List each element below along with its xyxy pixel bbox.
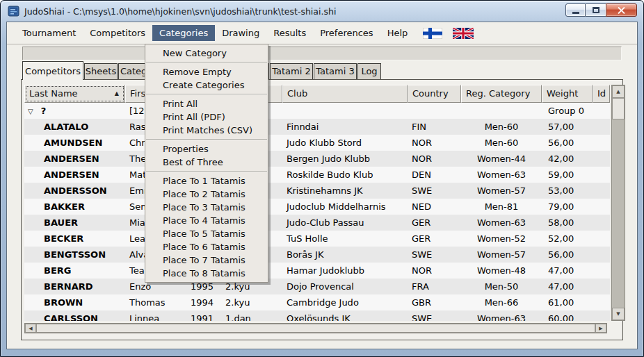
cell-category: Men-60: [461, 135, 542, 151]
menubar: TournamentCompetitorsCategoriesDrawingRe…: [7, 22, 637, 44]
menu-item-remove-empty[interactable]: Remove Empty: [145, 65, 268, 78]
tab-sheets[interactable]: Sheets: [84, 63, 118, 79]
cell-id: [593, 310, 610, 321]
group-label: ?: [41, 106, 47, 116]
cell-category: Women-52: [461, 231, 542, 247]
cell-last-name: BENGTSSON: [24, 247, 125, 263]
table-row[interactable]: CARLSSONLinnea19911.danOxelösunds JKSWEW…: [24, 310, 610, 321]
menu-item-print-all[interactable]: Print All: [145, 97, 268, 110]
uk-flag-icon[interactable]: [453, 28, 474, 39]
scroll-down-button[interactable]: ▼: [612, 308, 625, 320]
finnish-flag-icon[interactable]: [423, 28, 442, 39]
table-row[interactable]: ALATALORasmFinndaiFINMen-6057,00: [24, 119, 610, 135]
menu-item-place-to-1-tatamis[interactable]: Place To 1 Tatamis: [145, 174, 268, 188]
cell-country: GER: [408, 231, 461, 247]
cell-weight: 59,00: [542, 167, 593, 183]
sort-ascending-icon: ▲: [115, 90, 119, 97]
menubar-item-preferences[interactable]: Preferences: [313, 25, 380, 41]
scroll-left-button[interactable]: ◀: [25, 324, 36, 333]
vertical-scroll-thumb[interactable]: [612, 98, 625, 119]
table-row[interactable]: AMUNDSENChrisJudo Klubb StordNORMen-6056…: [24, 135, 610, 151]
column-header-country[interactable]: Country: [408, 85, 461, 103]
table-row[interactable]: BECKERLeaTuS HolleGERWomen-5252,00: [24, 231, 610, 247]
cell-id: [593, 135, 610, 151]
tab-log[interactable]: Log: [357, 63, 381, 79]
minimize-button[interactable]: [565, 3, 586, 17]
table-row[interactable]: BERNARDEnzo19952.kyuDojo ProvencalFRAMen…: [24, 279, 610, 294]
menu-item-place-to-5-tatamis[interactable]: Place To 5 Tatamis: [145, 227, 268, 240]
column-header-last-name[interactable]: Last Name▲: [24, 85, 125, 103]
menu-item-create-categories[interactable]: Create Categories: [145, 78, 268, 92]
column-header-label: Last Name: [29, 88, 78, 99]
tab-competitors[interactable]: Competitors: [22, 61, 83, 80]
maximize-button[interactable]: [586, 3, 606, 17]
cell-category: Women-63: [461, 215, 542, 231]
column-header-id[interactable]: Id: [593, 85, 610, 103]
menu-separator: [146, 94, 267, 95]
cell-category: [461, 103, 542, 119]
vertical-scrollbar[interactable]: ▲ ▼: [611, 85, 625, 321]
cell-category: Women-63: [461, 167, 542, 183]
cell-id: [593, 294, 610, 310]
cell-weight: 53,00: [542, 183, 593, 199]
menubar-item-drawing[interactable]: Drawing: [215, 25, 266, 41]
cell-club: Oxelösunds JK: [282, 310, 408, 321]
menu-item-place-to-2-tatamis[interactable]: Place To 2 Tatamis: [145, 188, 268, 201]
app-icon: [8, 6, 19, 17]
cell-club: [282, 103, 408, 119]
menubar-item-categories[interactable]: Categories: [152, 25, 215, 41]
scroll-up-button[interactable]: ▲: [612, 85, 625, 98]
menubar-item-results[interactable]: Results: [266, 25, 313, 41]
table-row[interactable]: BROWNThomas19942.kyuCambridge JudoGBRMen…: [24, 294, 610, 310]
cell-category: Men-50: [461, 279, 542, 294]
group-row[interactable]: ▽?[129Group 0: [24, 103, 610, 119]
close-button[interactable]: [606, 3, 637, 17]
menu-item-place-to-4-tatamis[interactable]: Place To 4 Tatamis: [145, 214, 268, 227]
menu-item-best-of-three[interactable]: Best of Three: [145, 156, 268, 169]
table-row[interactable]: BERGTeaHamar JudoklubbNORWomen-4847,00: [24, 263, 610, 279]
scroll-right-button[interactable]: ▶: [595, 324, 606, 333]
vertical-scroll-track[interactable]: [612, 119, 625, 308]
menubar-item-competitors[interactable]: Competitors: [83, 25, 152, 41]
minimize-icon: [572, 12, 579, 14]
cell-last-name: ANDERSEN: [24, 167, 125, 183]
table-row[interactable]: BENGTSSONAlvaBorås JKSWEWomen-5756,00: [24, 247, 610, 263]
cell-weight: 52,00: [542, 231, 593, 247]
cell-country: GER: [408, 215, 461, 231]
window-title: JudoShiai - C:\msys\1.0\home\hjokinen\sv…: [24, 6, 336, 17]
horizontal-scroll-thumb[interactable]: [36, 324, 595, 333]
cell-grade: 2.kyu: [221, 294, 282, 310]
menubar-item-tournament[interactable]: Tournament: [15, 25, 83, 41]
cell-weight: 47,00: [542, 279, 593, 294]
cell-id: [593, 215, 610, 231]
cell-id: [593, 279, 610, 294]
column-header-reg-category[interactable]: Reg. Category: [461, 85, 542, 103]
menubar-item-help[interactable]: Help: [380, 25, 415, 41]
table-row[interactable]: ANDERSSONEmmKristinehamns JKSWEWomen-575…: [24, 183, 610, 199]
categories-menu: New CategoryRemove EmptyCreate Categorie…: [145, 44, 268, 283]
menu-item-print-matches-csv[interactable]: Print Matches (CSV): [145, 124, 268, 137]
competitor-table: Last Name▲First NameClubCountryReg. Cate…: [24, 85, 610, 321]
table-row[interactable]: BAKKERSemJudoclub MiddelharnisNEDMen-817…: [24, 199, 610, 215]
table-row[interactable]: BAUERMiaJudo-Club PassauGERWomen-6358,00: [24, 215, 610, 231]
menu-item-new-category[interactable]: New Category: [145, 47, 268, 60]
menu-item-place-to-7-tatamis[interactable]: Place To 7 Tatamis: [145, 254, 268, 267]
cell-country: NED: [408, 199, 461, 215]
menu-item-place-to-6-tatamis[interactable]: Place To 6 Tatamis: [145, 240, 268, 254]
cell-last-name: ANDERSEN: [24, 151, 125, 167]
column-header-club[interactable]: Club: [282, 85, 408, 103]
menu-item-print-all-pdf[interactable]: Print All (PDF): [145, 110, 268, 124]
expander-open-icon[interactable]: ▽: [28, 108, 33, 115]
tab-tatami-2[interactable]: Tatami 2: [270, 63, 313, 79]
tab-tatami-3[interactable]: Tatami 3: [314, 63, 357, 79]
menu-item-place-to-8-tatamis[interactable]: Place To 8 Tatamis: [145, 267, 268, 280]
cell-country: NOR: [408, 135, 461, 151]
table-row[interactable]: ANDERSENTheaBergen Judo KlubbNORWomen-44…: [24, 151, 610, 167]
menu-item-properties[interactable]: Properties: [145, 142, 268, 156]
column-header-weight[interactable]: Weight: [542, 85, 593, 103]
horizontal-scrollbar[interactable]: ◀ ▶: [24, 323, 607, 333]
menu-item-place-to-3-tatamis[interactable]: Place To 3 Tatamis: [145, 201, 268, 214]
table-row[interactable]: ANDERSENMathRoskilde Budo KlubDENWomen-6…: [24, 167, 610, 183]
titlebar[interactable]: JudoShiai - C:\msys\1.0\home\hjokinen\sv…: [1, 1, 643, 22]
notebook: CompetitorsSheetsCategoriesTatami 1Tatam…: [21, 60, 623, 340]
